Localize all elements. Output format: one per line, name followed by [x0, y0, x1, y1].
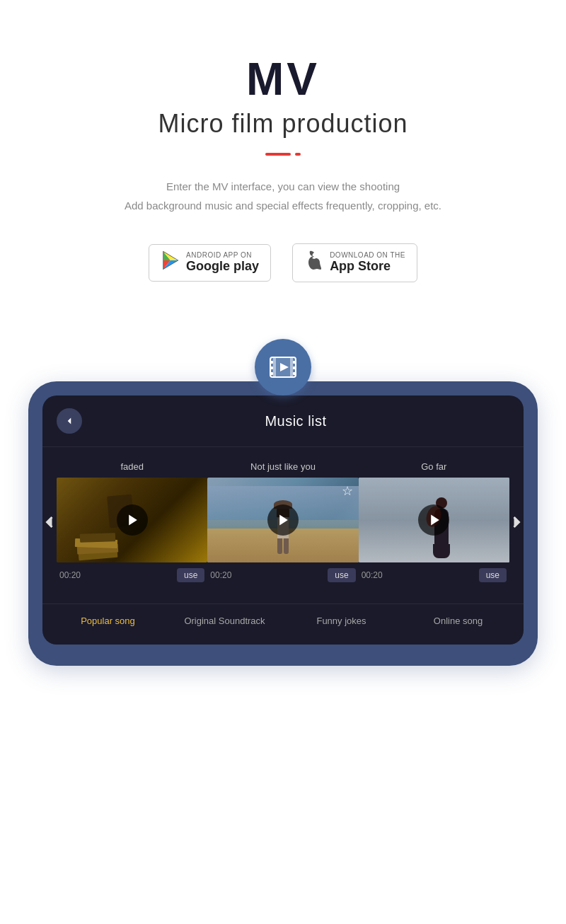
- track-time: 00:20: [362, 570, 383, 580]
- play-button-3[interactable]: [418, 504, 449, 536]
- track-thumbnail: [359, 478, 509, 562]
- phone-mockup: Music list: [14, 339, 552, 666]
- track-title: Go far: [421, 461, 446, 472]
- track-title: Not just like you: [250, 461, 316, 472]
- use-button-2[interactable]: use: [328, 568, 355, 582]
- google-play-button[interactable]: ANDROID APP ON Google play: [149, 244, 271, 282]
- phone-screen: Music list: [28, 381, 538, 666]
- apple-icon: [304, 250, 324, 276]
- app-inner: Music list: [42, 395, 524, 645]
- svg-marker-18: [431, 515, 439, 526]
- track-meta: 00:20 use: [359, 568, 509, 582]
- svg-rect-13: [293, 366, 296, 369]
- svg-rect-12: [293, 361, 296, 364]
- favorite-icon: ☆: [342, 483, 353, 499]
- tab-funny-jokes[interactable]: Funny jokes: [283, 611, 400, 630]
- app-store-button[interactable]: Download on the App Store: [292, 243, 417, 282]
- music-tracks-container: faded: [42, 461, 524, 582]
- track-title: faded: [120, 461, 144, 472]
- page-subtitle: Micro film production: [158, 109, 408, 139]
- back-button[interactable]: [57, 408, 82, 434]
- store-buttons-group: ANDROID APP ON Google play Download on t…: [149, 243, 417, 282]
- use-button-3[interactable]: use: [479, 568, 507, 582]
- play-button-2[interactable]: [267, 504, 299, 536]
- track-item: Not just like you: [207, 461, 358, 582]
- film-icon: [269, 353, 297, 381]
- google-play-text: ANDROID APP ON Google play: [186, 251, 259, 275]
- category-tabs: Popular song Original Soundtrack Funny j…: [42, 604, 524, 630]
- music-list-title: Music list: [82, 413, 509, 429]
- track-thumbnail: [57, 478, 207, 562]
- svg-marker-17: [280, 515, 289, 526]
- svg-rect-14: [293, 372, 296, 375]
- svg-marker-16: [129, 515, 137, 526]
- header-section: MV Micro film production Enter the MV in…: [0, 0, 566, 339]
- divider: [265, 153, 301, 156]
- tab-original-soundtrack[interactable]: Original Soundtrack: [166, 611, 283, 630]
- app-header: Music list: [42, 395, 524, 447]
- divider-dot: [295, 153, 301, 156]
- svg-rect-9: [270, 361, 273, 364]
- tab-online-song[interactable]: Online song: [400, 611, 516, 630]
- track-meta: 00:20 use: [57, 568, 207, 582]
- prev-track-button[interactable]: [42, 508, 64, 536]
- app-store-text: Download on the App Store: [330, 251, 405, 275]
- track-time: 00:20: [59, 570, 81, 580]
- svg-rect-7: [273, 357, 276, 377]
- film-icon-bubble: [255, 339, 311, 395]
- description-text: Enter the MV interface, you can view the…: [125, 177, 441, 215]
- page-title: MV: [246, 57, 320, 102]
- music-grid-wrapper: faded: [42, 447, 524, 596]
- play-button-1[interactable]: [117, 504, 148, 536]
- track-item: Go far: [359, 461, 509, 582]
- divider-line: [265, 153, 291, 156]
- svg-rect-10: [270, 366, 273, 369]
- tab-popular-song[interactable]: Popular song: [50, 611, 166, 630]
- track-meta: 00:20 use: [207, 568, 358, 582]
- svg-rect-11: [270, 372, 273, 375]
- track-thumbnail: ☆: [207, 478, 358, 562]
- use-button-1[interactable]: use: [177, 568, 204, 582]
- track-time: 00:20: [210, 570, 231, 580]
- google-play-icon: [161, 250, 180, 275]
- svg-rect-8: [290, 357, 293, 377]
- next-track-button[interactable]: [502, 508, 524, 536]
- track-item: faded: [57, 461, 207, 582]
